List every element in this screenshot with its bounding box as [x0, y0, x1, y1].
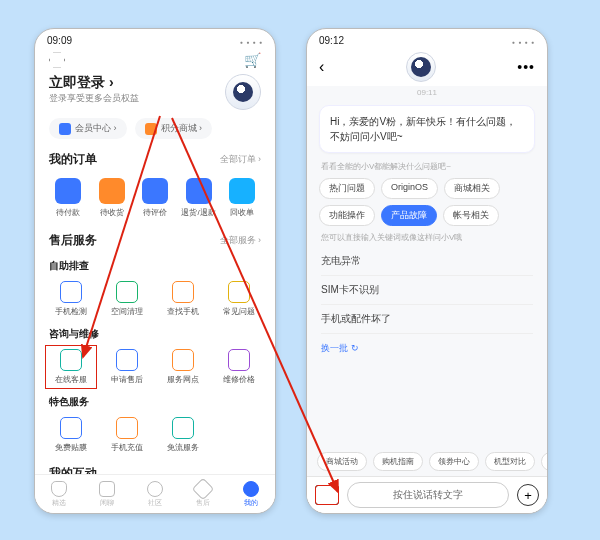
tab-my[interactable]: 我的 [227, 475, 275, 513]
bot-avatar [406, 52, 436, 82]
consult-service-outlets[interactable]: 服务网点 [157, 345, 209, 389]
hint-capabilities: 看看全能的小V都能解决什么问题吧~ [307, 159, 547, 174]
tag-originos[interactable]: OriginOS [381, 178, 438, 199]
sug-coupon[interactable]: 领券中心 [429, 452, 479, 471]
faq-link-charge[interactable]: 充电异常 [321, 247, 533, 276]
section-title-aftersale: 售后服务 [49, 232, 97, 249]
login-subtitle: 登录享受更多会员权益 [49, 92, 139, 105]
avatar[interactable] [225, 74, 261, 110]
phone-left-my-page: 09:09 🛒 立即登录 › 登录享受更多会员权益 会员中心 › 积分商城 › … [34, 28, 276, 514]
order-refund[interactable]: 退货/退款 [180, 178, 218, 218]
cart-icon[interactable]: 🛒 [244, 52, 261, 68]
special-free-film[interactable]: 免费贴膜 [45, 413, 97, 457]
orders-row: 待付款 待收货 待评价 退货/退款 回收单 [35, 174, 275, 226]
tag-account[interactable]: 帐号相关 [443, 205, 499, 226]
special-recharge[interactable]: 手机充值 [101, 413, 153, 457]
subsection-special: 特色服务 [35, 391, 275, 411]
phone-right-chat: 09:12 ‹ ••• 09:11 Hi，亲爱的V粉，新年快乐！有什么问题，不妨… [306, 28, 548, 514]
tag-hot[interactable]: 热门问题 [319, 178, 375, 199]
member-badge-icon [59, 123, 71, 135]
settings-hex-icon[interactable] [49, 52, 65, 68]
refresh-batch[interactable]: 换一批 ↻ [307, 336, 547, 361]
tab-chat[interactable]: 闲聊 [83, 475, 131, 513]
chat-input-bar: 按住说话转文字 + [307, 476, 547, 513]
aftersale-more[interactable]: 全部服务 › [220, 234, 262, 247]
points-badge-icon [145, 123, 157, 135]
faq-link-sim[interactable]: SIM卡不识别 [321, 276, 533, 305]
tab-featured[interactable]: 精选 [35, 475, 83, 513]
tab-aftersale[interactable]: 售后 [179, 475, 227, 513]
order-recycle[interactable]: 回收单 [223, 178, 261, 218]
subsection-selfcheck: 自助排查 [35, 255, 275, 275]
selfcheck-storage-clean[interactable]: 空间清理 [101, 277, 153, 321]
order-pending-receive[interactable]: 待收货 [93, 178, 131, 218]
tag-feature[interactable]: 功能操作 [319, 205, 375, 226]
sug-compare[interactable]: 机型对比 [485, 452, 535, 471]
consult-online-service[interactable]: 在线客服 [45, 345, 97, 389]
special-free-data[interactable]: 免流服务 [157, 413, 209, 457]
bottom-tabbar: 精选 闲聊 社区 售后 我的 [35, 474, 275, 513]
status-icons [512, 35, 535, 46]
keyboard-toggle-icon[interactable] [315, 485, 339, 505]
faq-link-broken[interactable]: 手机或配件坏了 [321, 305, 533, 334]
tag-mall[interactable]: 商城相关 [444, 178, 500, 199]
status-bar: 09:12 [307, 29, 547, 48]
chat-timestamp: 09:11 [307, 86, 547, 99]
back-icon[interactable]: ‹ [319, 58, 324, 76]
chat-bubble-greeting: Hi，亲爱的V粉，新年快乐！有什么问题，不妨问问小V吧~ [319, 105, 535, 153]
sug-buy-guide[interactable]: 购机指南 [373, 452, 423, 471]
status-bar: 09:09 [35, 29, 275, 48]
sug-more[interactable]: 以 [541, 452, 547, 471]
login-title[interactable]: 立即登录 › [49, 74, 139, 92]
topic-tags: 热门问题 OriginOS 商城相关 功能操作 产品故障 帐号相关 [307, 174, 547, 230]
status-icons [240, 35, 263, 46]
chip-points-mall[interactable]: 积分商城 › [135, 118, 213, 139]
subsection-consult: 咨询与维修 [35, 323, 275, 343]
tab-community[interactable]: 社区 [131, 475, 179, 513]
add-attachment-icon[interactable]: + [517, 484, 539, 506]
hint-ask: 您可以直接输入关键词或像这样问小V哦 [307, 230, 547, 245]
suggestion-bar: 商城活动 购机指南 领券中心 机型对比 以 [307, 446, 547, 477]
voice-input[interactable]: 按住说话转文字 [347, 482, 509, 508]
chip-member-center[interactable]: 会员中心 › [49, 118, 127, 139]
status-time: 09:12 [319, 35, 344, 46]
section-title-orders: 我的订单 [49, 151, 97, 168]
more-menu-icon[interactable]: ••• [517, 59, 535, 75]
orders-more[interactable]: 全部订单 › [220, 153, 262, 166]
tag-product-fault[interactable]: 产品故障 [381, 205, 437, 226]
order-pending-pay[interactable]: 待付款 [49, 178, 87, 218]
selfcheck-find-phone[interactable]: 查找手机 [157, 277, 209, 321]
sug-mall-activity[interactable]: 商城活动 [317, 452, 367, 471]
status-time: 09:09 [47, 35, 72, 46]
selfcheck-faq[interactable]: 常见问题 [213, 277, 265, 321]
consult-repair-price[interactable]: 维修价格 [213, 345, 265, 389]
order-pending-review[interactable]: 待评价 [136, 178, 174, 218]
selfcheck-phone-test[interactable]: 手机检测 [45, 277, 97, 321]
consult-apply-aftersale[interactable]: 申请售后 [101, 345, 153, 389]
